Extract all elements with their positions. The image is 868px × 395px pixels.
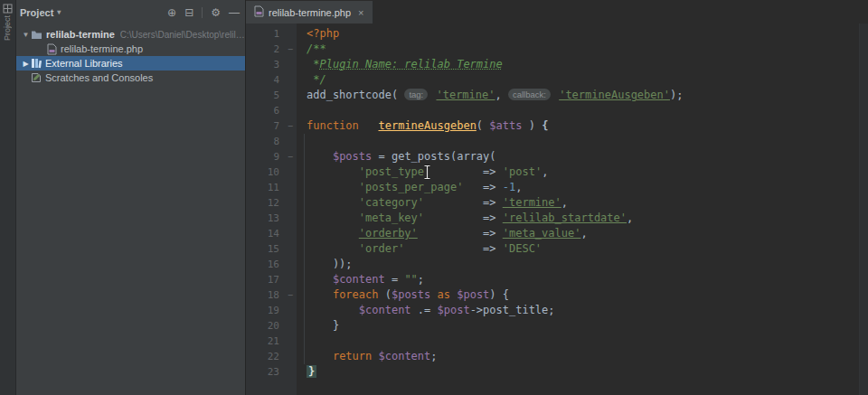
code-token[interactable]: ) { <box>489 288 509 301</box>
code-token[interactable]: 'post_type' <box>359 165 430 178</box>
gutter-line[interactable]: 19 <box>246 303 297 318</box>
gutter-line[interactable]: 23 <box>246 364 297 380</box>
code-token[interactable]: Plugin Name: relilab Termine <box>319 58 502 71</box>
gutter-line[interactable]: 5 <box>246 88 297 103</box>
gutter-line[interactable]: 18− <box>246 287 297 303</box>
code-line[interactable]: $content = ""; <box>307 272 859 287</box>
tree-item-project-root[interactable]: ▼ relilab-termine C:\Users\Daniel\Deskto… <box>16 27 245 42</box>
code-token[interactable]: $content <box>333 273 385 286</box>
project-stripe-icon[interactable] <box>3 4 13 14</box>
code-token[interactable] <box>307 212 359 224</box>
gutter-line[interactable]: 8 <box>246 134 297 149</box>
code-token[interactable]: */ <box>307 73 326 86</box>
code-token[interactable] <box>372 350 378 362</box>
code-token[interactable]: ; <box>430 350 437 362</box>
code-token[interactable]: -1 <box>503 181 515 193</box>
code-token[interactable] <box>307 350 333 362</box>
code-token[interactable]: ; <box>418 273 424 286</box>
gutter-line[interactable]: 22 <box>246 349 297 364</box>
code-token[interactable]: => <box>418 227 503 240</box>
code-token[interactable]: , <box>580 227 587 240</box>
code-line[interactable]: */ <box>307 72 859 88</box>
code-line[interactable]: } <box>307 318 859 334</box>
code-token[interactable] <box>307 165 359 178</box>
gutter-line[interactable]: 14 <box>246 226 297 241</box>
code-token[interactable]: => <box>430 165 502 178</box>
code-token[interactable]: } <box>307 319 339 332</box>
code-line[interactable] <box>307 103 859 118</box>
code-token[interactable] <box>307 181 359 193</box>
code-token[interactable]: 'post' <box>503 165 542 178</box>
code-token[interactable]: return <box>333 350 372 362</box>
tab-close-icon[interactable]: × <box>358 7 363 18</box>
code-token[interactable]: ( <box>476 119 489 132</box>
code-token[interactable]: * <box>307 58 319 71</box>
code-token[interactable]: /** <box>307 42 326 55</box>
gutter-line[interactable]: 2− <box>246 42 297 57</box>
code-line[interactable]: 'posts_per_page' => -1, <box>307 180 859 195</box>
code-token[interactable]: , <box>495 89 508 101</box>
gutter-line[interactable]: 20 <box>246 318 297 334</box>
code-token[interactable] <box>307 196 359 209</box>
code-token[interactable]: ); <box>670 89 683 101</box>
code-token[interactable]: add_shortcode( <box>307 89 404 101</box>
hide-panel-icon[interactable]: — <box>229 7 240 18</box>
code-line[interactable]: 'meta_key' => 'relilab_startdate', <box>307 211 859 226</box>
code-token[interactable] <box>307 242 359 255</box>
code-line[interactable]: $posts = get_posts(array( <box>307 149 859 165</box>
code-token[interactable]: ) <box>522 119 542 132</box>
fold-marker-icon[interactable]: − <box>284 44 297 54</box>
code-token[interactable]: function <box>307 119 359 132</box>
code-area[interactable]: <?php/** *Plugin Name: relilab Termine *… <box>297 24 859 395</box>
project-view-dropdown[interactable]: Project ▾ <box>20 7 61 18</box>
code-token[interactable]: => <box>424 196 503 209</box>
code-token[interactable]: , <box>515 181 522 193</box>
code-token[interactable]: { <box>542 119 548 132</box>
code-line[interactable] <box>307 334 859 349</box>
code-token[interactable]: 'termine' <box>436 89 495 101</box>
code-line[interactable]: return $content; <box>307 349 859 364</box>
gutter-line[interactable]: 6 <box>246 103 297 118</box>
chevron-collapsed-icon[interactable]: ▶ <box>21 60 31 68</box>
code-line[interactable]: /** <box>307 42 859 57</box>
locate-file-icon[interactable]: ⊕ <box>167 7 176 18</box>
gutter-line[interactable]: 13 <box>246 211 297 226</box>
gutter-line[interactable]: 11 <box>246 180 297 195</box>
editor-tab-relilab-termine[interactable]: relilab-termine.php × <box>246 1 373 24</box>
gutter-line[interactable]: 12 <box>246 195 297 211</box>
code-line[interactable]: )); <box>307 257 859 272</box>
fold-marker-icon[interactable]: − <box>284 121 297 131</box>
code-line[interactable]: <?php <box>307 26 859 42</box>
code-token[interactable] <box>307 288 333 301</box>
code-token[interactable]: 'relilab_startdate' <box>503 212 627 224</box>
code-token[interactable]: = get_posts(array( <box>372 150 495 163</box>
code-token[interactable] <box>307 227 359 240</box>
code-token[interactable]: tag: <box>404 89 428 100</box>
code-token[interactable]: 'category' <box>359 196 424 209</box>
code-token[interactable]: 'meta_value' <box>503 227 581 240</box>
code-token[interactable]: $posts <box>333 150 372 163</box>
code-token[interactable]: , <box>542 165 548 178</box>
code-line[interactable]: } <box>307 364 859 380</box>
tree-item-external-libraries[interactable]: ▶ External Libraries <box>16 56 245 71</box>
code-token[interactable]: $posts <box>392 288 430 301</box>
code-token[interactable]: foreach <box>333 288 379 301</box>
code-line[interactable]: add_shortcode( tag: 'termine', callback:… <box>307 88 859 103</box>
code-token[interactable]: ->post_title; <box>470 304 555 316</box>
code-token[interactable] <box>307 304 359 316</box>
code-token[interactable]: $post <box>457 288 489 301</box>
code-line[interactable]: function termineAusgeben( $atts ) { <box>307 118 859 134</box>
gutter-line[interactable]: 9− <box>246 149 297 165</box>
gutter-line[interactable]: 21 <box>246 334 297 349</box>
code-token[interactable]: "" <box>404 273 417 286</box>
tree-item-php-file[interactable]: relilab-termine.php <box>16 42 245 56</box>
code-token[interactable]: <?php <box>307 27 339 40</box>
gutter-line[interactable]: 10 <box>246 165 297 180</box>
stripe-project-label[interactable]: Project <box>3 15 13 41</box>
code-token[interactable]: 'orderby' <box>359 227 418 240</box>
editor-scrollbar[interactable] <box>859 24 868 395</box>
code-token[interactable] <box>307 150 333 163</box>
code-token[interactable]: 'order' <box>359 242 405 255</box>
code-line[interactable]: 'orderby' => 'meta_value', <box>307 226 859 241</box>
gear-icon[interactable]: ⚙ <box>211 7 221 18</box>
